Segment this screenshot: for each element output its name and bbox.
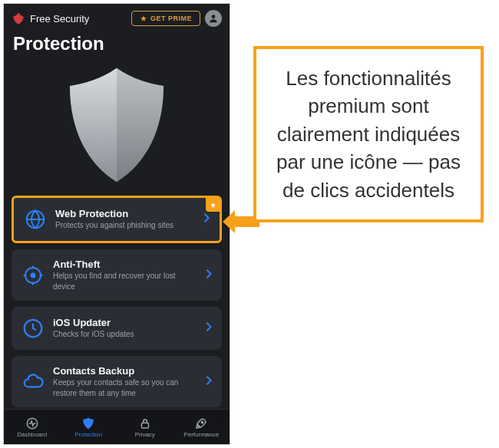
- svg-rect-6: [141, 423, 148, 428]
- feature-subtitle: Helps you find and recover your lost dev…: [53, 271, 197, 292]
- feature-subtitle: Keeps your contacts safe so you can rest…: [53, 377, 197, 398]
- avira-logo-icon: [12, 12, 25, 25]
- chevron-right-icon: [205, 268, 213, 282]
- page-title: Protection: [4, 30, 230, 61]
- protection-shield-graphic: [4, 61, 230, 196]
- feature-subtitle: Protects you against phishing sites: [55, 220, 195, 231]
- pulse-icon: [25, 417, 39, 430]
- premium-badge-icon: [206, 198, 220, 212]
- feature-item-body: iOS Updater Checks for iOS updates: [53, 317, 197, 340]
- get-prime-label: GET PRIME: [150, 15, 192, 22]
- target-icon: [21, 263, 45, 288]
- tab-label: Performance: [183, 431, 219, 438]
- rocket-icon: [194, 417, 208, 430]
- feature-title: Anti-Theft: [53, 259, 197, 270]
- app-window: Free Security GET PRIME Protection: [3, 3, 230, 445]
- feature-title: Contacts Backup: [53, 365, 197, 377]
- chevron-right-icon: [203, 212, 210, 226]
- refresh-icon: [21, 316, 45, 341]
- feature-item-contacts-backup[interactable]: Contacts Backup Keeps your contacts safe…: [12, 356, 222, 407]
- cloud-icon: [21, 370, 45, 394]
- feature-item-body: Anti-Theft Helps you find and recover yo…: [53, 259, 197, 292]
- svg-point-0: [212, 15, 216, 18]
- protection-feature-list: Web Protection Protects you against phis…: [4, 196, 230, 407]
- bottom-tab-bar: Dashboard Protection Privacy Performance: [4, 409, 230, 444]
- tab-label: Privacy: [135, 431, 155, 438]
- account-avatar-button[interactable]: [205, 10, 222, 27]
- feature-title: Web Protection: [55, 208, 195, 219]
- callout-text: Les fonctionnalités premium sont clairem…: [276, 67, 461, 202]
- feature-title: iOS Updater: [53, 317, 197, 328]
- tab-dashboard[interactable]: Dashboard: [4, 410, 61, 444]
- annotation-callout: Les fonctionnalités premium sont clairem…: [253, 46, 484, 222]
- app-header: Free Security GET PRIME: [4, 4, 230, 30]
- feature-item-web-protection[interactable]: Web Protection Protects you against phis…: [12, 196, 222, 243]
- feature-item-anti-theft[interactable]: Anti-Theft Helps you find and recover yo…: [12, 249, 222, 301]
- tab-privacy[interactable]: Privacy: [117, 410, 173, 444]
- tab-label: Protection: [74, 431, 102, 438]
- get-prime-button[interactable]: GET PRIME: [131, 11, 200, 26]
- shield-icon: [81, 417, 95, 430]
- svg-point-7: [202, 421, 203, 423]
- svg-point-3: [31, 273, 35, 277]
- tab-label: Dashboard: [17, 431, 47, 438]
- lock-icon: [138, 417, 152, 430]
- feature-item-body: Contacts Backup Keeps your contacts safe…: [53, 365, 197, 398]
- feature-subtitle: Checks for iOS updates: [53, 329, 197, 340]
- globe-icon: [23, 207, 48, 232]
- chevron-right-icon: [205, 375, 213, 389]
- chevron-right-icon: [205, 321, 213, 335]
- tab-protection[interactable]: Protection: [61, 410, 117, 444]
- feature-item-body: Web Protection Protects you against phis…: [55, 208, 195, 231]
- tab-performance[interactable]: Performance: [173, 410, 230, 444]
- app-name: Free Security: [30, 13, 127, 25]
- feature-item-ios-updater[interactable]: iOS Updater Checks for iOS updates: [12, 307, 222, 350]
